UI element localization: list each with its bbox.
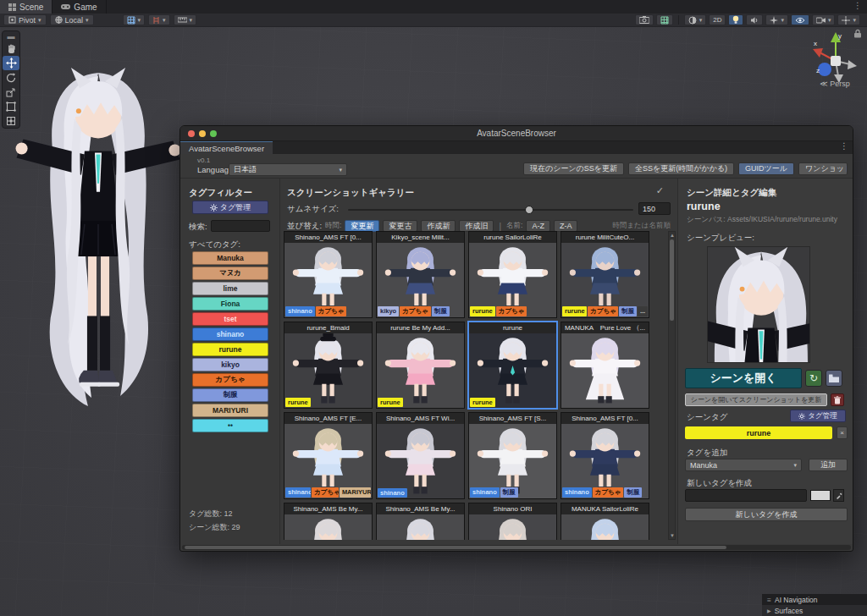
- tab-bar-menu-icon[interactable]: ⋮: [853, 0, 867, 14]
- sort-button[interactable]: 作成旧: [459, 220, 494, 232]
- scene-tag-chip[interactable]: rurune: [685, 426, 832, 439]
- camera-view-dropdown[interactable]: ▾: [812, 14, 836, 25]
- gallery-item[interactable]: Shinano ORI: [468, 503, 557, 540]
- color-picker-button[interactable]: [833, 489, 844, 502]
- audio-toggle[interactable]: [746, 14, 763, 25]
- guid-tool-button[interactable]: GUIDツール: [738, 162, 794, 175]
- camera-settings-button[interactable]: [635, 14, 654, 25]
- sort-button[interactable]: 変更古: [383, 220, 417, 232]
- hscroll-thumb[interactable]: [185, 546, 726, 549]
- gallery-item[interactable]: rurune_Bmaidrurune: [284, 322, 373, 409]
- gallery-item-thumbnail: [561, 333, 649, 408]
- surfaces-row[interactable]: ▶ Surfaces: [762, 605, 867, 616]
- gallery-item[interactable]: rurune MilitCuteO...ruruneカプちゃ制服...: [561, 231, 649, 318]
- gallery-item[interactable]: Shinano_AMS FT [S...shinano制服: [468, 412, 557, 499]
- grid-snap-dropdown[interactable]: ▾: [123, 14, 146, 25]
- open-folder-button[interactable]: [826, 370, 842, 387]
- 2d-toggle[interactable]: 2D: [709, 14, 726, 25]
- effects-dropdown[interactable]: ▾: [765, 14, 788, 25]
- gallery-item-selected[interactable]: rurunerurune: [468, 322, 557, 409]
- sort-button[interactable]: A-Z: [526, 220, 550, 232]
- slider-thumb[interactable]: [525, 206, 533, 214]
- gallery-item[interactable]: Shinano_AMS FT Wi...shinano: [376, 412, 465, 499]
- tag-filter-pill[interactable]: MARIYURI: [192, 404, 268, 417]
- open-scene-update-ss-button[interactable]: シーンを開いてスクリーンショットを更新: [685, 393, 827, 406]
- thumb-size-slider[interactable]: [348, 209, 633, 211]
- check-icon[interactable]: ✓: [656, 185, 664, 196]
- tag-filter-pill[interactable]: rurune: [192, 343, 268, 356]
- delete-button[interactable]: [831, 393, 844, 406]
- window-horizontal-scrollbar[interactable]: [182, 545, 851, 550]
- rect-tool[interactable]: [3, 99, 19, 113]
- tag-filter-pill[interactable]: tset: [192, 312, 268, 326]
- move-tool[interactable]: [3, 56, 19, 70]
- gallery-item[interactable]: Shinano_AMS Be My...: [376, 503, 465, 540]
- gallery-item[interactable]: rurune Be My Add...rurune: [376, 322, 465, 409]
- tag-filter-pill[interactable]: kikyo: [192, 358, 268, 371]
- tag-filter-pill[interactable]: マヌカ: [192, 267, 268, 280]
- update-current-ss-button[interactable]: 現在のシーンのSSを更新: [523, 162, 624, 175]
- tag-manage-button[interactable]: タグ管理: [192, 201, 268, 214]
- gallery-vertical-scrollbar[interactable]: ▲ ▼: [668, 231, 676, 540]
- tag-filter-pill[interactable]: 制服: [192, 388, 268, 402]
- gallery-item[interactable]: Shinano_AMS FT [0...shinanoカプちゃ: [284, 231, 373, 318]
- tab-game[interactable]: Game: [52, 0, 106, 14]
- remove-tag-button[interactable]: ×: [837, 426, 848, 439]
- hand-tool[interactable]: [3, 41, 19, 56]
- ai-navigation-header[interactable]: ≡ AI Navigation: [762, 594, 867, 605]
- tag-filter-pill[interactable]: Manuka: [192, 251, 268, 265]
- tag-filter-pill[interactable]: Fiona: [192, 297, 268, 311]
- gizmo-lock-icon[interactable]: [853, 29, 862, 38]
- tag-manage-button-2[interactable]: タグ管理: [790, 410, 846, 422]
- overlay-grip[interactable]: ▬: [3, 31, 19, 41]
- gallery-scroll-thumb[interactable]: [670, 239, 674, 321]
- add-tag-button[interactable]: 追加: [809, 459, 848, 471]
- local-dropdown[interactable]: Local▾: [50, 14, 94, 25]
- search-input[interactable]: [211, 220, 270, 232]
- oneshot-button[interactable]: ワンショット: [798, 162, 848, 175]
- tab-scene[interactable]: Scene: [0, 0, 52, 14]
- scroll-up-icon[interactable]: ▲: [669, 233, 676, 238]
- sort-button[interactable]: 変更新: [345, 220, 379, 232]
- lighting-toggle[interactable]: [728, 14, 743, 25]
- scene-visibility-toggle[interactable]: [791, 14, 809, 25]
- rotate-tool[interactable]: [3, 70, 19, 85]
- thumb-size-value[interactable]: 150: [638, 202, 671, 215]
- component-tools-dropdown[interactable]: ▾: [837, 14, 860, 25]
- gallery-item[interactable]: MANUKA Pure Love （...: [561, 322, 649, 409]
- increment-snap-button[interactable]: ▾: [148, 14, 170, 25]
- gallery-item[interactable]: Shinano_AMS FT [E...shinanoカプちゃMARIYURI: [284, 412, 373, 499]
- scroll-down-icon[interactable]: ▼: [669, 533, 676, 538]
- pivot-dropdown[interactable]: Pivot▾: [3, 14, 47, 25]
- sort-button[interactable]: 作成新: [421, 220, 456, 232]
- window-tab[interactable]: AvatarSceneBrowser: [180, 141, 273, 154]
- persp-label[interactable]: ≪ Persp: [803, 80, 867, 88]
- new-tag-input[interactable]: [685, 489, 807, 502]
- refresh-scene-button[interactable]: ↻: [805, 370, 822, 387]
- gallery-item[interactable]: Kikyo_scene Milit...kikyoカプちゃ制服: [376, 231, 465, 318]
- tag-chip: shinano: [378, 488, 407, 498]
- language-dropdown[interactable]: 日本語▾: [229, 163, 347, 176]
- scene-character[interactable]: [7, 63, 190, 411]
- window-titlebar[interactable]: AvatarSceneBrowser: [180, 126, 853, 141]
- measure-dropdown[interactable]: ▾: [174, 14, 197, 25]
- tag-filter-pill[interactable]: ••: [192, 419, 268, 432]
- tag-filter-pill[interactable]: カプちゃ: [192, 373, 268, 387]
- gallery-item[interactable]: Shinano_AMS FT [0...shinanoカプちゃ制服: [561, 412, 649, 499]
- open-scene-button[interactable]: シーンを開く: [685, 368, 802, 388]
- scene-grid-toggle[interactable]: [656, 14, 673, 25]
- window-tab-menu-icon[interactable]: ⋮: [836, 141, 853, 154]
- tag-color-swatch[interactable]: [810, 490, 831, 501]
- scale-tool[interactable]: [3, 85, 19, 99]
- tag-filter-pill[interactable]: lime: [192, 282, 268, 295]
- sort-button[interactable]: Z-A: [554, 220, 578, 232]
- shading-mode-dropdown[interactable]: ▾: [684, 14, 707, 25]
- gallery-item[interactable]: Shinano_AMS Be My...: [284, 503, 373, 540]
- add-tag-dropdown[interactable]: Manuka▾: [685, 459, 802, 471]
- transform-tool[interactable]: [3, 113, 19, 128]
- tag-filter-pill[interactable]: shinano: [192, 327, 268, 341]
- update-all-ss-button[interactable]: 全SSを更新(時間がかかる): [628, 162, 734, 175]
- gallery-item[interactable]: rurune SailorLoliReruruneカプちゃ: [468, 231, 557, 318]
- create-tag-button[interactable]: 新しいタグを作成: [685, 508, 848, 521]
- gallery-item[interactable]: MANUKA SailorLoliRe: [561, 503, 649, 540]
